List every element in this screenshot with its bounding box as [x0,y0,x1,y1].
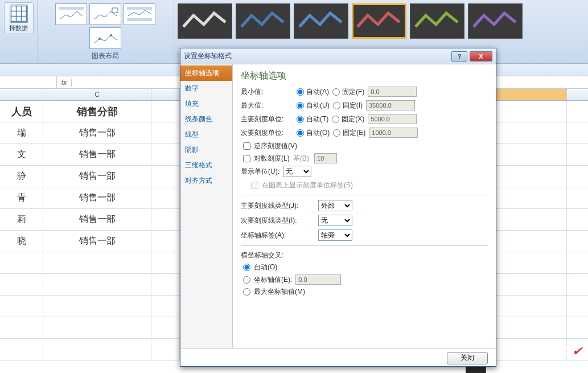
ribbon-group-data: 择数据 [0,0,38,63]
sidebar-item-align[interactable]: 对齐方式 [180,173,232,188]
svg-rect-7 [127,7,152,10]
log-base-input [314,153,337,163]
min-auto-radio[interactable]: 自动(A) [297,87,329,97]
svg-rect-5 [59,7,84,10]
style-thumb-5[interactable] [410,3,464,39]
display-unit-select[interactable]: 无 [283,166,311,177]
style-thumb-4[interactable] [352,3,406,39]
major-unit-input[interactable] [368,114,417,124]
style-thumb-6[interactable] [468,3,523,39]
minor-auto-radio[interactable]: 自动(O) [297,128,330,138]
cross-value-radio[interactable]: 坐标轴值(E): [241,274,488,285]
sidebar-item-number[interactable]: 数字 [180,81,232,96]
ribbon-group-layout: 图表布局 [38,0,174,63]
svg-rect-0 [11,6,26,21]
sidebar-item-fill[interactable]: 填充 [180,96,232,112]
header-cell-person[interactable]: 人员 [0,101,43,122]
display-unit-row: 显示单位(U): 无 [241,166,488,177]
dialog-titlebar[interactable]: 设置坐标轴格式 ? X [180,48,496,64]
sidebar-item-line-style[interactable]: 线型 [180,127,232,142]
svg-point-10 [110,34,112,36]
col-header-c[interactable]: C [43,89,151,100]
cross-value-input[interactable] [295,274,341,285]
axis-label-select[interactable]: 轴旁 [318,229,352,241]
watermark: 经验啦 ✔ jingyanla.com [533,344,582,368]
minor-tick-row: 次要刻度线类型(I): 无 [241,215,488,226]
dialog-main: 坐标轴选项 最小值: 自动(A) 固定(F) 最大值: 自动(U) 固定(I) … [233,64,496,348]
axis-label-label: 坐标轴标签(A): [241,231,315,240]
col-header-gap[interactable] [151,89,180,100]
max-auto-radio[interactable]: 自动(U) [297,101,330,110]
major-unit-row: 主要刻度单位: 自动(T) 固定(X) [241,114,488,124]
minor-fixed-radio[interactable]: 固定(E) [333,128,365,138]
divider [241,245,488,246]
reverse-checkbox[interactable]: 逆序刻度值(V) [241,141,488,151]
cross-auto-radio[interactable]: 自动(O) [241,263,488,272]
sidebar-item-3d[interactable]: 三维格式 [180,158,232,173]
minor-tick-select[interactable]: 无 [318,215,352,226]
axis-format-dialog: 设置坐标轴格式 ? X 坐标轴选项 数字 填充 线条颜色 线型 阴影 三维格式 … [180,48,496,367]
max-label: 最大值: [241,101,293,110]
axis-label-row: 坐标轴标签(A): 轴旁 [241,229,488,241]
max-fixed-radio[interactable]: 固定(I) [333,101,363,110]
minor-unit-input[interactable] [369,128,418,138]
show-unit-label-checkbox: 在图表上显示刻度单位标签(S) [241,181,488,190]
major-tick-row: 主要刻度线类型(J): 外部 [241,200,488,211]
grid-icon [10,5,28,23]
help-button[interactable]: ? [451,51,467,62]
major-fixed-radio[interactable]: 固定(X) [332,114,364,124]
dialog-sidebar: 坐标轴选项 数字 填充 线条颜色 线型 阴影 三维格式 对齐方式 [180,64,233,348]
major-tick-label: 主要刻度线类型(J): [241,201,315,211]
svg-rect-6 [112,8,118,13]
select-data-label: 择数据 [9,24,28,32]
minor-unit-label: 次要刻度单位: [241,128,293,138]
min-row: 最小值: 自动(A) 固定(F) [241,87,488,97]
sidebar-item-line-color[interactable]: 线条颜色 [180,112,232,127]
dialog-footer: 关闭 [180,348,496,367]
layout-thumb-1[interactable] [55,3,87,25]
style-thumb-2[interactable] [236,3,290,39]
log-scale-checkbox[interactable]: 对数刻度(L) 基(B): [241,153,488,163]
svg-rect-8 [127,18,152,21]
header-cell-dept[interactable]: 销售分部 [43,101,151,122]
dialog-title: 设置坐标轴格式 [184,51,232,61]
major-unit-label: 主要刻度单位: [241,114,293,124]
max-row: 最大值: 自动(U) 固定(I) [241,100,488,110]
style-thumb-1[interactable] [178,3,232,39]
sidebar-item-shadow[interactable]: 阴影 [180,142,232,158]
layout-thumb-3[interactable] [124,3,155,25]
sidebar-item-axis-options[interactable]: 坐标轴选项 [180,65,232,81]
min-input[interactable] [368,87,417,97]
close-button[interactable]: 关闭 [447,352,488,364]
display-unit-label: 显示单位(U): [241,167,279,177]
check-icon: ✔ [572,344,582,358]
select-data-button[interactable]: 择数据 [4,2,34,34]
chart-layout-label: 图表布局 [92,50,119,61]
min-fixed-radio[interactable]: 固定(F) [332,87,364,97]
section-title: 坐标轴选项 [241,70,488,82]
fx-icon: fx [57,79,72,87]
divider [241,195,488,195]
major-auto-radio[interactable]: 自动(T) [297,114,328,124]
style-thumb-3[interactable] [294,3,348,39]
min-label: 最小值: [241,87,293,97]
minor-tick-label: 次要刻度线类型(I): [241,216,315,226]
major-tick-select[interactable]: 外部 [318,200,352,211]
layout-thumb-2[interactable] [89,3,121,25]
svg-point-9 [98,38,101,40]
cross-max-radio[interactable]: 最大坐标轴值(M) [241,287,488,297]
close-icon[interactable]: X [470,51,492,62]
layout-thumb-4[interactable] [89,27,121,49]
col-header-blank[interactable] [0,89,43,100]
cross-title: 横坐标轴交叉: [241,251,488,260]
minor-unit-row: 次要刻度单位: 自动(O) 固定(E) [241,128,488,138]
max-input[interactable] [366,100,415,110]
